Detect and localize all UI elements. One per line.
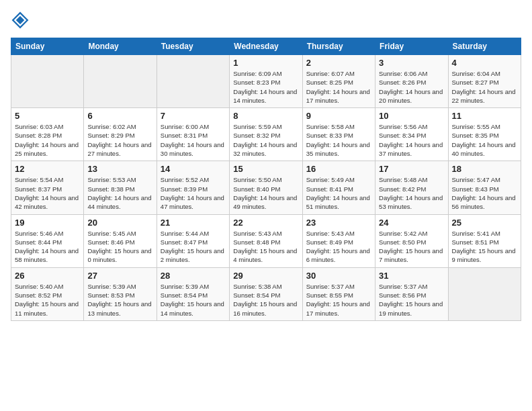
- calendar-cell: 3Sunrise: 6:06 AMSunset: 8:26 PMDaylight…: [375, 55, 448, 108]
- calendar-cell: 6Sunrise: 6:02 AMSunset: 8:29 PMDaylight…: [84, 108, 157, 161]
- day-number: 25: [452, 218, 517, 228]
- calendar-cell: 19Sunrise: 5:46 AMSunset: 8:44 PMDayligh…: [11, 214, 84, 267]
- day-number: 6: [87, 111, 152, 121]
- calendar-cell: 12Sunrise: 5:54 AMSunset: 8:37 PMDayligh…: [11, 161, 84, 214]
- calendar-cell: 22Sunrise: 5:43 AMSunset: 8:48 PMDayligh…: [230, 214, 302, 267]
- calendar-cell: [157, 55, 229, 108]
- calendar-cell: 5Sunrise: 6:03 AMSunset: 8:28 PMDaylight…: [11, 108, 84, 161]
- day-number: 17: [379, 164, 444, 174]
- day-number: 16: [306, 164, 371, 174]
- day-info: Sunrise: 5:43 AMSunset: 8:49 PMDaylight:…: [306, 229, 371, 265]
- day-number: 10: [379, 111, 444, 121]
- calendar-week-row: 5Sunrise: 6:03 AMSunset: 8:28 PMDaylight…: [11, 108, 521, 161]
- column-header-tuesday: Tuesday: [157, 38, 229, 55]
- day-number: 15: [233, 164, 298, 174]
- day-number: 1: [233, 58, 298, 68]
- day-number: 26: [15, 271, 80, 281]
- calendar-cell: 11Sunrise: 5:55 AMSunset: 8:35 PMDayligh…: [448, 108, 521, 161]
- day-info: Sunrise: 5:43 AMSunset: 8:48 PMDaylight:…: [233, 229, 298, 265]
- day-info: Sunrise: 5:46 AMSunset: 8:44 PMDaylight:…: [15, 229, 80, 265]
- calendar-cell: 20Sunrise: 5:45 AMSunset: 8:46 PMDayligh…: [84, 214, 157, 267]
- day-info: Sunrise: 6:07 AMSunset: 8:25 PMDaylight:…: [306, 69, 371, 105]
- calendar-cell: 30Sunrise: 5:37 AMSunset: 8:55 PMDayligh…: [302, 267, 375, 320]
- day-number: 7: [161, 111, 226, 121]
- calendar-week-row: 1Sunrise: 6:09 AMSunset: 8:23 PMDaylight…: [11, 55, 521, 108]
- calendar-cell: 25Sunrise: 5:41 AMSunset: 8:51 PMDayligh…: [448, 214, 521, 267]
- day-info: Sunrise: 6:03 AMSunset: 8:28 PMDaylight:…: [15, 122, 80, 158]
- day-number: 20: [87, 218, 152, 228]
- day-info: Sunrise: 5:37 AMSunset: 8:56 PMDaylight:…: [379, 282, 444, 318]
- day-number: 31: [379, 271, 444, 281]
- day-info: Sunrise: 5:39 AMSunset: 8:54 PMDaylight:…: [161, 282, 226, 318]
- day-number: 19: [15, 218, 80, 228]
- day-number: 29: [233, 271, 298, 281]
- calendar-cell: 10Sunrise: 5:56 AMSunset: 8:34 PMDayligh…: [375, 108, 448, 161]
- calendar-cell: 13Sunrise: 5:53 AMSunset: 8:38 PMDayligh…: [84, 161, 157, 214]
- calendar-cell: [84, 55, 157, 108]
- day-number: 11: [452, 111, 517, 121]
- day-info: Sunrise: 6:00 AMSunset: 8:31 PMDaylight:…: [161, 122, 226, 158]
- day-info: Sunrise: 6:04 AMSunset: 8:27 PMDaylight:…: [452, 69, 517, 105]
- day-info: Sunrise: 5:40 AMSunset: 8:52 PMDaylight:…: [15, 282, 80, 318]
- day-number: 9: [306, 111, 371, 121]
- day-number: 30: [306, 271, 371, 281]
- day-number: 23: [306, 218, 371, 228]
- calendar-cell: 18Sunrise: 5:47 AMSunset: 8:43 PMDayligh…: [448, 161, 521, 214]
- calendar-cell: 28Sunrise: 5:39 AMSunset: 8:54 PMDayligh…: [157, 267, 229, 320]
- day-info: Sunrise: 5:39 AMSunset: 8:53 PMDaylight:…: [87, 282, 152, 318]
- calendar-cell: [11, 55, 84, 108]
- calendar-cell: 8Sunrise: 5:59 AMSunset: 8:32 PMDaylight…: [230, 108, 302, 161]
- day-info: Sunrise: 6:02 AMSunset: 8:29 PMDaylight:…: [87, 122, 152, 158]
- day-info: Sunrise: 5:50 AMSunset: 8:40 PMDaylight:…: [233, 175, 298, 211]
- day-info: Sunrise: 5:37 AMSunset: 8:55 PMDaylight:…: [306, 282, 371, 318]
- logo-icon: [11, 11, 30, 30]
- calendar-cell: 4Sunrise: 6:04 AMSunset: 8:27 PMDaylight…: [448, 55, 521, 108]
- calendar-cell: 23Sunrise: 5:43 AMSunset: 8:49 PMDayligh…: [302, 214, 375, 267]
- day-info: Sunrise: 5:52 AMSunset: 8:39 PMDaylight:…: [161, 175, 226, 211]
- calendar-cell: 24Sunrise: 5:42 AMSunset: 8:50 PMDayligh…: [375, 214, 448, 267]
- calendar-cell: 1Sunrise: 6:09 AMSunset: 8:23 PMDaylight…: [230, 55, 302, 108]
- calendar-cell: 16Sunrise: 5:49 AMSunset: 8:41 PMDayligh…: [302, 161, 375, 214]
- calendar-week-row: 19Sunrise: 5:46 AMSunset: 8:44 PMDayligh…: [11, 214, 521, 267]
- day-info: Sunrise: 5:53 AMSunset: 8:38 PMDaylight:…: [87, 175, 152, 211]
- column-header-thursday: Thursday: [302, 38, 375, 55]
- day-info: Sunrise: 5:41 AMSunset: 8:51 PMDaylight:…: [452, 229, 517, 265]
- calendar-header-row: SundayMondayTuesdayWednesdayThursdayFrid…: [11, 38, 521, 55]
- day-number: 27: [87, 271, 152, 281]
- day-number: 24: [379, 218, 444, 228]
- day-info: Sunrise: 5:42 AMSunset: 8:50 PMDaylight:…: [379, 229, 444, 265]
- page-header: [11, 11, 521, 30]
- calendar-cell: 27Sunrise: 5:39 AMSunset: 8:53 PMDayligh…: [84, 267, 157, 320]
- day-info: Sunrise: 5:55 AMSunset: 8:35 PMDaylight:…: [452, 122, 517, 158]
- column-header-friday: Friday: [375, 38, 448, 55]
- calendar-cell: 7Sunrise: 6:00 AMSunset: 8:31 PMDaylight…: [157, 108, 229, 161]
- day-info: Sunrise: 5:56 AMSunset: 8:34 PMDaylight:…: [379, 122, 444, 158]
- calendar-week-row: 26Sunrise: 5:40 AMSunset: 8:52 PMDayligh…: [11, 267, 521, 320]
- day-info: Sunrise: 5:54 AMSunset: 8:37 PMDaylight:…: [15, 175, 80, 211]
- column-header-saturday: Saturday: [448, 38, 521, 55]
- column-header-monday: Monday: [84, 38, 157, 55]
- day-info: Sunrise: 5:58 AMSunset: 8:33 PMDaylight:…: [306, 122, 371, 158]
- column-header-wednesday: Wednesday: [230, 38, 302, 55]
- day-number: 12: [15, 164, 80, 174]
- calendar-cell: 21Sunrise: 5:44 AMSunset: 8:47 PMDayligh…: [157, 214, 229, 267]
- day-info: Sunrise: 5:47 AMSunset: 8:43 PMDaylight:…: [452, 175, 517, 211]
- day-info: Sunrise: 5:45 AMSunset: 8:46 PMDaylight:…: [87, 229, 152, 265]
- day-info: Sunrise: 5:48 AMSunset: 8:42 PMDaylight:…: [379, 175, 444, 211]
- column-header-sunday: Sunday: [11, 38, 84, 55]
- day-number: 22: [233, 218, 298, 228]
- calendar-cell: [448, 267, 521, 320]
- day-info: Sunrise: 6:06 AMSunset: 8:26 PMDaylight:…: [379, 69, 444, 105]
- calendar-cell: 2Sunrise: 6:07 AMSunset: 8:25 PMDaylight…: [302, 55, 375, 108]
- calendar-table: SundayMondayTuesdayWednesdayThursdayFrid…: [11, 38, 521, 321]
- day-info: Sunrise: 5:38 AMSunset: 8:54 PMDaylight:…: [233, 282, 298, 318]
- calendar-week-row: 12Sunrise: 5:54 AMSunset: 8:37 PMDayligh…: [11, 161, 521, 214]
- calendar-cell: 26Sunrise: 5:40 AMSunset: 8:52 PMDayligh…: [11, 267, 84, 320]
- logo: [11, 11, 32, 30]
- calendar-cell: 17Sunrise: 5:48 AMSunset: 8:42 PMDayligh…: [375, 161, 448, 214]
- day-number: 28: [161, 271, 226, 281]
- day-number: 2: [306, 58, 371, 68]
- day-number: 8: [233, 111, 298, 121]
- day-number: 18: [452, 164, 517, 174]
- calendar-cell: 31Sunrise: 5:37 AMSunset: 8:56 PMDayligh…: [375, 267, 448, 320]
